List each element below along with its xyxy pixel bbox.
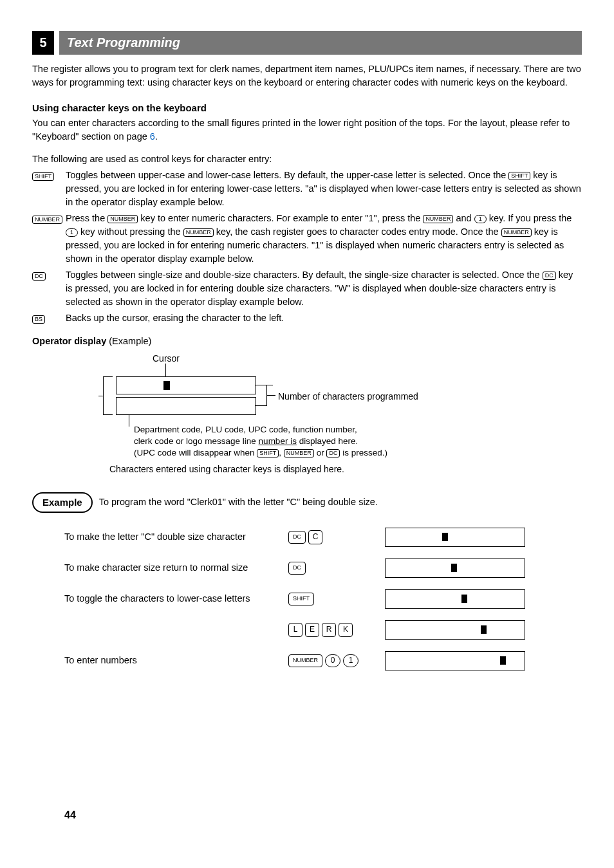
brace-line-1 xyxy=(255,385,273,385)
number-key: NUMBER xyxy=(288,654,322,667)
cursor-label: Cursor xyxy=(153,352,180,365)
step-1-display xyxy=(385,528,525,547)
number-key-diag: NUMBER xyxy=(284,449,314,457)
step-1-keys: DC C xyxy=(288,530,385,544)
dept-line3d: is pressed.) xyxy=(340,448,387,457)
dept-line3a: (UPC code will disappear when xyxy=(134,448,257,457)
key-row-bs: BS Backs up the cursor, erasing the char… xyxy=(32,311,582,326)
number-key-icon: NUMBER xyxy=(32,216,62,224)
section-number: 5 xyxy=(32,31,54,55)
number-desc: Press the NUMBER key to enter numeric ch… xyxy=(66,212,582,266)
shift-desc: Toggles between upper-case and lower-cas… xyxy=(66,169,582,209)
section-title: Text Programming xyxy=(59,31,582,55)
cursor-icon xyxy=(461,595,467,603)
op-display-heading-a: Operator display xyxy=(32,336,106,346)
cursor-block-icon xyxy=(163,381,170,390)
dept-line3b: , xyxy=(279,448,284,457)
number-key-inline3: NUMBER xyxy=(183,228,214,237)
subheading-using-char-keys: Using character keys on the keyboard xyxy=(32,101,582,115)
key-row-dc: DC Toggles between single-size and doubl… xyxy=(32,268,582,309)
step-2-keys: DC xyxy=(288,562,385,575)
number-key-inline2: NUMBER xyxy=(423,215,453,223)
sub1-text-b: . xyxy=(155,131,158,142)
dept-line3c: or xyxy=(314,448,327,457)
step-4-keys: L E R K xyxy=(288,623,385,637)
example-steps: To make the letter "C" double size chara… xyxy=(64,527,582,671)
dc-key-diag: DC xyxy=(326,449,340,457)
l-key: L xyxy=(288,623,302,637)
step-2-label: To make character size return to normal … xyxy=(64,561,288,575)
step-5-label: To enter numbers xyxy=(64,654,288,667)
sub1-text-a: You can enter characters according to th… xyxy=(32,118,570,142)
bs-desc: Backs up the cursor, erasing the charact… xyxy=(66,311,582,326)
step-5-display xyxy=(385,651,525,670)
number-key-inline1: NUMBER xyxy=(107,215,138,223)
one-key-inline1: 1 xyxy=(474,215,487,223)
step-3-display xyxy=(385,589,525,609)
step-4: L E R K xyxy=(64,620,582,640)
num-chars-label: Number of characters programmed xyxy=(278,390,418,403)
dept-line2a: clerk code or logo message line xyxy=(134,436,259,446)
shift-key-inline: SHIFT xyxy=(508,172,530,180)
step-3-keys: SHIFT xyxy=(288,593,385,605)
dc-key-inline: DC xyxy=(543,272,556,280)
operator-display-heading: Operator display (Example) xyxy=(32,335,582,348)
op-display-heading-b: (Example) xyxy=(106,336,151,346)
k-key: K xyxy=(339,623,353,637)
shift-key-icon: SHIFT xyxy=(32,172,54,181)
r-key: R xyxy=(322,623,336,637)
zero-key: 0 xyxy=(325,654,340,667)
diagram-caption: Characters entered using character keys … xyxy=(109,463,344,476)
shift-desc-a: Toggles between upper-case and lower-cas… xyxy=(66,170,508,180)
one-key-inline2: 1 xyxy=(66,228,78,237)
brace-line-2 xyxy=(255,405,266,406)
example-pill: Example xyxy=(32,492,93,513)
step-1-label: To make the letter "C" double size chara… xyxy=(64,530,288,544)
dc-desc: Toggles between single-size and double-s… xyxy=(66,268,582,309)
page-link[interactable]: 6 xyxy=(150,131,155,142)
subheading-text: You can enter characters according to th… xyxy=(32,116,582,143)
step-1: To make the letter "C" double size chara… xyxy=(64,527,582,548)
number-desc-b: key to enter numeric characters. For exa… xyxy=(138,213,423,223)
e-key: E xyxy=(305,623,319,637)
display-box-top xyxy=(116,376,256,394)
control-keys-intro: The following are used as control keys f… xyxy=(32,152,582,166)
dc-key: DC xyxy=(288,562,306,575)
page-number: 44 xyxy=(64,808,76,822)
display-bracket xyxy=(103,376,113,415)
brace-out xyxy=(266,395,275,396)
key-row-shift: SHIFT Toggles between upper-case and low… xyxy=(32,169,582,209)
bs-key-icon: BS xyxy=(32,315,45,324)
number-desc-f: key, the cash register goes to character… xyxy=(214,226,501,237)
dept-code-text: Department code, PLU code, UPC code, fun… xyxy=(134,424,387,459)
dc-key-icon: DC xyxy=(32,272,46,281)
dc-desc-a: Toggles between single-size and double-s… xyxy=(66,270,543,280)
cursor-icon xyxy=(481,625,487,634)
operator-display-diagram: Cursor Number of characters programmed D… xyxy=(84,352,547,474)
number-key-inline4: NUMBER xyxy=(501,228,532,237)
cursor-icon xyxy=(500,656,506,665)
one-key: 1 xyxy=(343,654,358,667)
dept-line1: Department code, PLU code, UPC code, fun… xyxy=(134,425,357,434)
shift-key-diag: SHIFT xyxy=(257,449,279,457)
control-keys-list: SHIFT Toggles between upper-case and low… xyxy=(32,169,582,326)
example-row: Example To program the word "Clerk01" wi… xyxy=(32,492,582,513)
display-box-bottom xyxy=(116,397,256,415)
c-key: C xyxy=(308,530,322,544)
number-desc-c: and xyxy=(453,213,474,223)
section-header: 5 Text Programming xyxy=(32,31,582,55)
dc-key: DC xyxy=(288,531,306,544)
number-desc-a: Press the xyxy=(66,213,107,223)
step-5: To enter numbers NUMBER 0 1 xyxy=(64,651,582,671)
dept-line2c: displayed here. xyxy=(297,436,358,446)
shift-key: SHIFT xyxy=(288,593,314,605)
cursor-icon xyxy=(442,533,448,541)
key-row-number: NUMBER Press the NUMBER key to enter num… xyxy=(32,212,582,266)
step-3: To toggle the characters to lower-case l… xyxy=(64,589,582,609)
dept-line2b: number is xyxy=(259,436,297,446)
lower-pointer-line xyxy=(129,415,129,427)
cursor-pointer-line xyxy=(165,364,166,376)
number-desc-d: key. If you press the xyxy=(487,213,572,223)
example-text: To program the word "Clerk01" with the l… xyxy=(99,495,378,509)
cursor-icon xyxy=(451,564,457,572)
